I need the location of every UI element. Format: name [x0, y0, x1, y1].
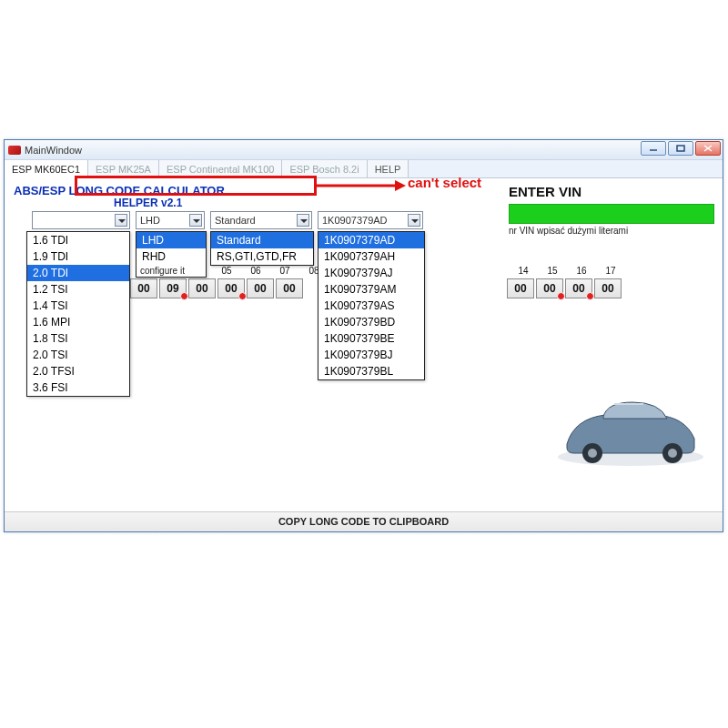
list-item[interactable]: 1.2 TSI	[27, 281, 129, 298]
variant-dropdown[interactable]: Standard	[210, 211, 312, 229]
app-window: MainWindow ESP MK60EC1 ESP MK25A ESP Con…	[4, 139, 723, 532]
annotation-arrow-icon	[317, 178, 406, 193]
error-icon	[586, 292, 594, 300]
error-icon	[180, 292, 188, 300]
list-item[interactable]: 1.4 TSI	[27, 298, 129, 314]
list-item[interactable]: Standard	[211, 232, 313, 248]
tab-esp-mk25a[interactable]: ESP MK25A	[88, 160, 159, 177]
list-item[interactable]: 1K0907379AJ	[318, 265, 424, 281]
byte-cell[interactable]: 00	[536, 278, 563, 298]
chevron-down-icon	[408, 214, 420, 227]
list-item[interactable]: LHD	[136, 232, 206, 248]
annotation-text: can't select	[408, 175, 481, 190]
list-item[interactable]: 1K0907379BE	[318, 330, 424, 347]
part-dropdown-list[interactable]: 1K0907379AD 1K0907379AH 1K0907379AJ 1K09…	[318, 231, 425, 380]
byte-row-right: 00 00 00 00	[507, 278, 623, 298]
drive-dropdown[interactable]: LHD	[136, 211, 205, 229]
byte-cell[interactable]: 00	[188, 278, 216, 298]
tab-esp-continental-mk100[interactable]: ESP Continental MK100	[159, 160, 282, 177]
list-item[interactable]: 1K0907379AS	[318, 298, 424, 314]
copy-long-code-button[interactable]: COPY LONG CODE TO CLIPBOARD	[5, 511, 723, 531]
byte-cell[interactable]: 00	[276, 278, 303, 298]
error-icon	[557, 292, 565, 300]
enter-vin-label: ENTER VIN	[509, 184, 581, 199]
part-dropdown[interactable]: 1K0907379AD	[318, 211, 423, 229]
list-item[interactable]: 1K0907379BJ	[318, 347, 424, 363]
error-icon	[238, 292, 247, 300]
list-item[interactable]: 2.0 TFSI	[27, 363, 129, 379]
byte-cell[interactable]: 09	[159, 278, 187, 298]
vin-input[interactable]	[509, 204, 714, 224]
list-item[interactable]: 2.0 TSI	[27, 347, 129, 363]
configure-note: configure it	[136, 265, 206, 277]
list-item[interactable]: 1.8 TSI	[27, 330, 129, 347]
drive-dropdown-list[interactable]: LHD RHD configure it	[136, 231, 207, 278]
vin-hint: nr VIN wpisać dużymi literami	[509, 226, 628, 236]
byte-labels-right: 14 15 16 17	[509, 266, 625, 276]
tab-esp-mk60ec1[interactable]: ESP MK60EC1	[5, 160, 88, 178]
list-item[interactable]: 1K0907379BL	[318, 363, 424, 379]
close-button[interactable]	[695, 141, 721, 156]
list-item[interactable]: 1.6 TDI	[27, 232, 129, 248]
list-item[interactable]: 1K0907379AM	[318, 281, 424, 298]
dropdown-row: LHD Standard 1K0907379AD	[32, 211, 423, 229]
list-item[interactable]: 3.6 FSI	[27, 379, 129, 396]
list-item[interactable]: 1K0907379BD	[318, 314, 424, 330]
engine-dropdown[interactable]	[32, 211, 130, 229]
variant-dropdown-list[interactable]: Standard RS,GTI,GTD,FR	[210, 231, 314, 266]
svg-rect-1	[677, 146, 684, 151]
byte-cell[interactable]: 00	[594, 278, 622, 298]
titlebar: MainWindow	[5, 140, 723, 160]
svg-point-6	[588, 449, 597, 458]
client-area: ABS/ESP LONG CODE CALCULATOR HELPER v2.1…	[5, 178, 723, 511]
byte-cell[interactable]: 00	[217, 278, 245, 298]
byte-cell[interactable]: 00	[130, 278, 157, 298]
minimize-button[interactable]	[641, 141, 666, 156]
tab-esp-bosch-82i[interactable]: ESP Bosch 8.2i	[282, 160, 367, 177]
window-title: MainWindow	[25, 145, 82, 156]
svg-point-8	[668, 449, 677, 458]
list-item[interactable]: 1.9 TDI	[27, 248, 129, 265]
tab-bar: ESP MK60EC1 ESP MK25A ESP Continental MK…	[5, 160, 723, 178]
byte-cell[interactable]: 00	[247, 278, 274, 298]
svg-marker-10	[395, 180, 406, 191]
list-item[interactable]: RHD	[136, 248, 206, 265]
byte-cell[interactable]: 00	[507, 278, 534, 298]
byte-cell[interactable]: 00	[565, 278, 592, 298]
list-item[interactable]: 1.6 MPI	[27, 314, 129, 330]
list-item[interactable]: 1K0907379AD	[318, 232, 424, 248]
byte-row-left: 00 09 00 00 00 00	[130, 278, 305, 298]
chevron-down-icon	[115, 214, 127, 227]
list-item[interactable]: RS,GTI,GTD,FR	[211, 248, 313, 265]
car-image	[549, 384, 713, 471]
chevron-down-icon	[189, 214, 202, 227]
window-controls	[641, 141, 721, 156]
list-item[interactable]: 2.0 TDI	[27, 265, 129, 281]
app-icon	[8, 146, 21, 155]
list-item[interactable]: 1K0907379AH	[318, 248, 424, 265]
chevron-down-icon	[297, 214, 309, 227]
engine-dropdown-list[interactable]: 1.6 TDI 1.9 TDI 2.0 TDI 1.2 TSI 1.4 TSI …	[26, 231, 130, 397]
tab-help[interactable]: HELP	[368, 160, 410, 177]
maximize-button[interactable]	[668, 141, 693, 156]
